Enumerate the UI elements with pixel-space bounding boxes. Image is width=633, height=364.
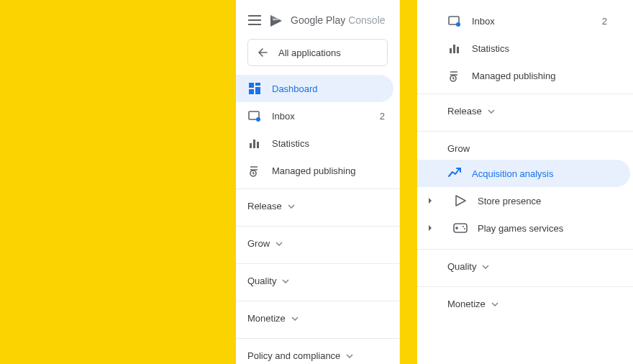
section-release[interactable]: Release: [236, 191, 399, 222]
svg-marker-18: [456, 196, 465, 206]
managed-publishing-icon: [247, 163, 262, 178]
inbox-badge: 2: [602, 16, 621, 27]
svg-rect-4: [255, 87, 260, 94]
svg-point-13: [456, 22, 460, 27]
managed-publishing-icon: [447, 68, 462, 83]
section-monetize-label: Monetize: [247, 313, 286, 324]
section-policy[interactable]: Policy and compliance: [236, 340, 399, 364]
nav-inbox[interactable]: Inbox 2: [236, 102, 399, 129]
chevron-down-icon: [275, 242, 283, 246]
svg-rect-15: [453, 45, 455, 53]
section-quality-label: Quality: [447, 261, 476, 272]
nav-dashboard[interactable]: Dashboard: [236, 75, 393, 102]
nav-managed-publishing[interactable]: Managed publishing: [417, 62, 633, 89]
nav-play-games-services-label: Play games services: [478, 223, 563, 234]
caret-right-icon: [427, 196, 437, 206]
section-monetize-label: Monetize: [447, 299, 486, 309]
sidebar-left: Google Play Console All applications Das…: [236, 0, 400, 364]
section-policy-label: Policy and compliance: [247, 350, 340, 361]
nav-statistics[interactable]: Statistics: [417, 35, 633, 62]
sidebar-right: Inbox 2 Statistics Managed publishing Re…: [417, 0, 633, 364]
section-release-label: Release: [447, 106, 482, 117]
google-play-logo-icon: [269, 13, 283, 27]
chevron-down-icon: [482, 265, 489, 269]
nav-managed-publishing[interactable]: Managed publishing: [236, 157, 399, 184]
nav-managed-publishing-label: Managed publishing: [472, 70, 555, 81]
play-store-icon: [453, 194, 468, 208]
brand-text: Google Play Console: [291, 14, 386, 26]
back-arrow-icon: [257, 46, 270, 59]
nav-store-presence-label: Store presence: [478, 196, 541, 206]
svg-rect-14: [450, 48, 452, 53]
nav-inbox-label: Inbox: [272, 111, 295, 122]
svg-rect-9: [253, 140, 255, 148]
section-grow-label: Grow: [247, 238, 270, 249]
svg-rect-8: [250, 143, 252, 148]
trending-up-icon: [447, 166, 462, 181]
section-quality[interactable]: Quality: [417, 251, 633, 282]
chevron-down-icon: [291, 317, 299, 321]
all-applications-label: All applications: [278, 47, 341, 58]
svg-point-21: [464, 228, 465, 229]
section-grow-label: Grow: [417, 133, 633, 160]
nav-statistics-label: Statistics: [272, 138, 309, 149]
chevron-down-icon: [282, 279, 289, 283]
nav-dashboard-label: Dashboard: [272, 83, 318, 94]
brand-console: Console: [348, 14, 385, 26]
section-grow[interactable]: Grow: [236, 228, 399, 259]
svg-point-7: [256, 117, 260, 122]
chevron-down-icon: [346, 354, 353, 358]
nav-statistics-label: Statistics: [472, 43, 509, 54]
caret-right-icon: [427, 223, 437, 233]
statistics-icon: [447, 41, 462, 55]
section-release[interactable]: Release: [417, 96, 633, 127]
nav-inbox[interactable]: Inbox 2: [417, 7, 633, 35]
inbox-icon: [247, 109, 262, 123]
brand-google-play: Google Play: [291, 14, 345, 26]
header: Google Play Console: [236, 0, 399, 36]
chevron-down-icon: [488, 109, 495, 114]
chevron-down-icon: [288, 204, 295, 209]
section-quality[interactable]: Quality: [236, 265, 399, 296]
svg-rect-10: [257, 142, 259, 148]
nav-statistics[interactable]: Statistics: [236, 129, 399, 157]
statistics-icon: [247, 136, 262, 150]
nav-store-presence[interactable]: Store presence: [417, 187, 633, 214]
menu-icon[interactable]: [247, 13, 262, 27]
inbox-icon: [447, 14, 462, 28]
all-applications-button[interactable]: All applications: [247, 39, 388, 66]
section-monetize[interactable]: Monetize: [417, 288, 633, 319]
svg-rect-2: [249, 83, 254, 88]
section-release-label: Release: [247, 201, 282, 211]
nav-acquisition-analysis-label: Acquisition analysis: [472, 168, 553, 179]
section-monetize[interactable]: Monetize: [236, 303, 399, 334]
svg-point-20: [463, 226, 464, 227]
svg-rect-3: [255, 83, 260, 86]
gamepad-icon: [453, 221, 468, 235]
svg-rect-5: [249, 89, 254, 94]
section-quality-label: Quality: [247, 276, 276, 286]
dashboard-icon: [247, 81, 262, 96]
svg-rect-16: [457, 47, 459, 53]
chevron-down-icon: [491, 302, 498, 306]
nav-acquisition-analysis[interactable]: Acquisition analysis: [417, 160, 630, 187]
nav-managed-publishing-label: Managed publishing: [272, 165, 355, 176]
nav-inbox-label: Inbox: [472, 16, 495, 27]
nav-play-games-services[interactable]: Play games services: [417, 214, 633, 242]
inbox-badge: 2: [380, 111, 388, 122]
